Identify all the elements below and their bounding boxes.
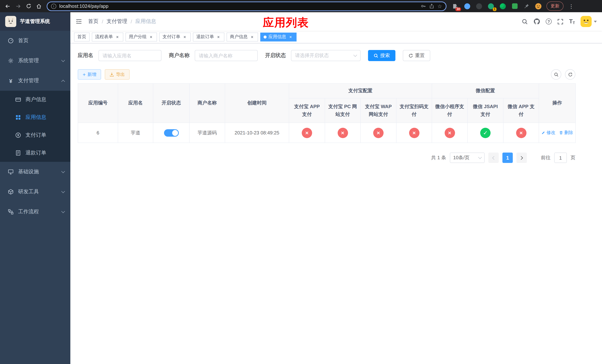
home-icon[interactable] [34,1,44,11]
sidebar-item-pay-order[interactable]: 支付订单 [0,126,70,144]
delete-button[interactable]: 删除 [559,130,573,136]
tab-user-group[interactable]: 用户分组 [126,32,157,41]
close-icon[interactable] [249,34,255,39]
sidebar-item-app-info[interactable]: 应用信息 [0,108,70,126]
sidebar-item-workflow[interactable]: 工作流程 [0,202,70,222]
site-info-icon[interactable] [51,3,56,9]
toggle-search-button[interactable] [551,69,561,80]
extension-icon-green-square[interactable] [510,2,519,11]
breadcrumb-separator: / [102,19,103,24]
share-icon[interactable] [429,3,434,9]
pagination-total: 共 1 条 [431,154,446,161]
extension-icon-pin[interactable] [522,2,531,11]
bookmark-star-icon[interactable] [437,3,442,9]
page-number-button[interactable]: 1 [502,152,513,163]
user-avatar[interactable] [580,16,597,27]
close-icon[interactable] [288,34,293,39]
search-button[interactable]: 搜索 [368,50,395,61]
reset-button[interactable]: 重置 [403,50,430,61]
breadcrumb-section[interactable]: 支付管理 [107,18,127,25]
page-size-select[interactable]: 10条/页 [450,152,485,163]
forward-icon[interactable] [13,1,23,11]
help-icon[interactable] [546,19,552,24]
sidebar-item-payment[interactable]: ¥ 支付管理 [0,71,70,91]
edit-button[interactable]: 修改 [541,130,555,136]
merchant-name-label: 商户名称 [169,52,190,59]
password-key-icon[interactable] [421,3,426,9]
tab-pay-order[interactable]: 支付订单 [159,32,191,41]
main-area: 首页 / 支付管理 / 应用信息 应用列表 [70,12,602,364]
browser-toolbar: localhost:1024/pay/app 10 1 [0,0,602,12]
filter-form: 应用名 商户名称 开启状态 请选择开启状态 [78,50,575,61]
tab-merchant-info[interactable]: 商户信息 [226,32,258,41]
column-header-app-name: 应用名 [118,84,153,123]
page-annotation: 应用列表 [263,15,309,30]
cell-merchant-name: 芋道源码 [189,123,225,143]
extension-icon-wechat[interactable] [498,2,507,11]
goto-page-input[interactable] [554,152,567,163]
app-logo[interactable]: 芋道管理系统 [0,12,70,31]
tab-home[interactable]: 首页 [74,32,90,41]
tab-app-info[interactable]: 应用信息 [260,32,297,41]
cross-icon [337,128,348,138]
search-icon[interactable] [522,18,528,25]
app-frame: 芋道管理系统 首页 系统管理 ¥ 支付管理 [0,12,602,364]
extensions-puzzle-icon[interactable]: 10 [451,2,460,11]
tab-refund-order[interactable]: 退款订单 [193,32,224,41]
prev-page-button[interactable] [488,152,499,163]
export-button[interactable]: 导出 [105,69,129,80]
chrome-update-button[interactable]: 更新 [547,1,563,11]
status-select[interactable]: 请选择开启状态 [291,50,361,61]
close-icon[interactable] [149,34,154,39]
font-size-icon[interactable] [569,18,575,25]
browser-menu-icon[interactable] [567,3,575,9]
chevron-right-icon [519,156,523,160]
close-icon[interactable] [115,34,120,39]
fullscreen-icon[interactable] [557,18,563,25]
sidebar-item-refund-order[interactable]: 退款订单 [0,144,70,162]
extension-icon-blue[interactable] [463,2,472,11]
sidebar-item-merchant-info[interactable]: 商户信息 [0,91,70,108]
cell-create-time: 2021-10-23 08:49:25 [225,123,289,143]
table-toolbar: 新增 导出 [78,69,575,80]
search-icon [554,72,559,77]
add-button[interactable]: 新增 [78,69,101,80]
refresh-table-button[interactable] [565,69,575,80]
card-icon [15,97,22,103]
app-name-input[interactable] [98,50,161,61]
next-page-button[interactable] [516,152,527,163]
github-icon[interactable] [534,18,540,25]
chevron-down-icon [61,189,65,193]
refresh-icon [568,72,573,77]
address-bar[interactable]: localhost:1024/pay/app [47,1,447,11]
extension-icon-teal[interactable]: 1 [486,2,495,11]
cell-alipay-app [289,123,325,143]
reload-icon[interactable] [24,1,33,11]
tags-view-bar: 首页 流程表单 用户分组 支付订单 退款订单 商户信息 应用信息 [70,31,602,43]
column-header-alipay-qr: 支付宝扫码支付 [396,98,432,123]
tab-process-form[interactable]: 流程表单 [92,32,123,41]
download-icon [110,72,114,77]
app-table: 应用编号 应用名 开启状态 商户名称 创建时间 支付宝配置 微信配置 操作 支付… [78,83,576,143]
chevron-up-icon [61,80,65,83]
sidebar-item-dev-tools[interactable]: 研发工具 [0,182,70,202]
sidebar: 芋道管理系统 首页 系统管理 ¥ 支付管理 [0,12,70,364]
sidebar-item-home[interactable]: 首页 [0,31,70,51]
sidebar-item-infrastructure[interactable]: 基础设施 [0,162,70,182]
column-group-alipay: 支付宝配置 [289,84,432,98]
monitor-icon [7,169,14,175]
extension-icon-dark[interactable] [475,2,484,11]
close-icon[interactable] [182,34,187,39]
url-text[interactable]: localhost:1024/pay/app [59,3,418,9]
cell-status [153,123,189,143]
breadcrumb-home[interactable]: 首页 [88,18,98,25]
logo-avatar [5,16,16,27]
sidebar-toggle-icon[interactable] [75,18,83,25]
merchant-name-input[interactable] [195,50,258,61]
status-toggle[interactable] [164,129,179,137]
extensions-tray: 10 1 [451,2,543,11]
close-icon[interactable] [216,34,221,39]
back-icon[interactable] [3,1,13,11]
profile-avatar-icon[interactable] [534,2,543,11]
sidebar-item-system[interactable]: 系统管理 [0,51,70,71]
